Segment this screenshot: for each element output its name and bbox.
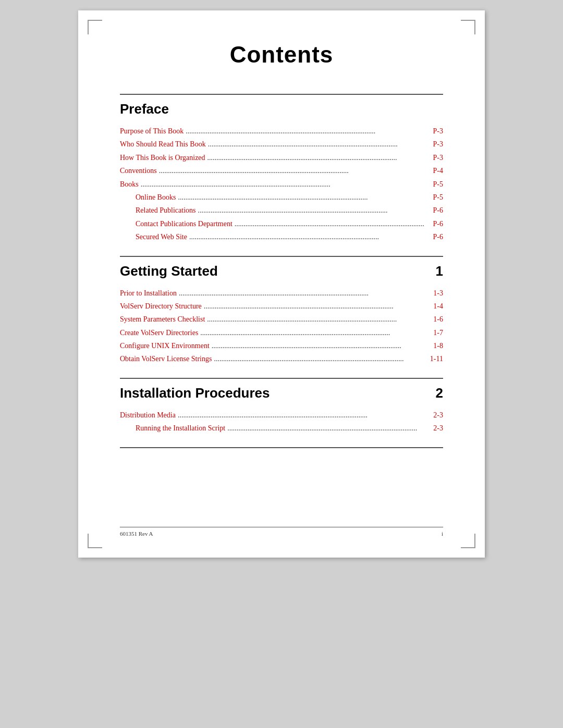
corner-mark-top-left — [88, 20, 102, 34]
toc-item-page: 1-6 — [433, 314, 443, 325]
toc-item-link[interactable]: Purpose of This Book — [120, 126, 183, 137]
toc-item-link[interactable]: Obtain VolServ License Strings — [120, 353, 212, 365]
toc-item-page: 1-3 — [433, 288, 443, 299]
toc-item-dots: ........................................… — [235, 218, 431, 230]
toc-item-page: P-5 — [433, 179, 443, 190]
toc-item-page: 1-11 — [430, 353, 443, 365]
toc-item: Purpose of This Book ...................… — [120, 126, 443, 137]
toc-item-dots: ........................................… — [198, 205, 431, 216]
section-divider-preface — [120, 94, 443, 95]
toc-item: Obtain VolServ License Strings .........… — [120, 353, 443, 365]
toc-item-link[interactable]: Contact Publications Department — [136, 218, 232, 230]
section-heading-installation-procedures: Installation Procedures2 — [120, 385, 443, 401]
toc-item-page: P-3 — [433, 152, 443, 164]
toc-item-dots: ........................................… — [212, 340, 431, 352]
toc-item-link[interactable]: System Parameters Checklist — [120, 314, 205, 325]
toc-item-link[interactable]: Conventions — [120, 165, 157, 177]
section-number-getting-started: 1 — [436, 263, 443, 279]
toc-item-link[interactable]: Online Books — [136, 192, 176, 203]
toc-item: Conventions ............................… — [120, 165, 443, 177]
toc-item-dots: ........................................… — [178, 410, 431, 421]
toc-list-getting-started: Prior to Installation ..................… — [120, 288, 443, 365]
toc-list-installation-procedures: Distribution Media .....................… — [120, 410, 443, 435]
toc-item-link[interactable]: Running the Installation Script — [136, 423, 225, 434]
toc-item: Online Books ...........................… — [120, 192, 443, 203]
toc-list-preface: Purpose of This Book ...................… — [120, 126, 443, 243]
section-divider-bottom — [120, 447, 443, 448]
toc-item-page: P-6 — [433, 231, 443, 243]
toc-item-dots: ........................................… — [207, 314, 431, 325]
section-number-installation-procedures: 2 — [436, 385, 443, 401]
toc-item-page: P-3 — [433, 139, 443, 150]
toc-item-page: 2-3 — [433, 423, 443, 434]
section-heading-getting-started: Getting Started1 — [120, 263, 443, 279]
toc-item: Create VolServ Directories .............… — [120, 327, 443, 339]
toc-item-link[interactable]: Prior to Installation — [120, 288, 177, 299]
section-divider-installation-procedures — [120, 378, 443, 379]
toc-item-page: P-5 — [433, 192, 443, 203]
toc-item-page: P-4 — [433, 165, 443, 177]
section-heading-text-getting-started: Getting Started — [120, 263, 218, 279]
toc-item: System Parameters Checklist ............… — [120, 314, 443, 325]
toc-item: Running the Installation Script ........… — [120, 423, 443, 434]
toc-item-dots: ........................................… — [178, 192, 431, 203]
toc-item-link[interactable]: Secured Web Site — [136, 231, 187, 243]
footer-left: 601351 Rev A — [120, 530, 153, 537]
section-heading-text-preface: Preface — [120, 101, 169, 117]
toc-item-page: P-3 — [433, 126, 443, 137]
toc-item-link[interactable]: Related Publications — [136, 205, 195, 216]
toc-item-page: P-6 — [433, 218, 443, 230]
toc-item: Configure UNIX Environment .............… — [120, 340, 443, 352]
footer: 601351 Rev A i — [120, 527, 443, 537]
section-divider-getting-started — [120, 256, 443, 257]
toc-item-dots: ........................................… — [214, 353, 427, 365]
toc-item-dots: ........................................… — [200, 327, 431, 339]
toc-item: Related Publications ...................… — [120, 205, 443, 216]
toc-item-page: 1-4 — [433, 301, 443, 312]
toc-item-dots: ........................................… — [204, 301, 432, 312]
page: Contents PrefacePurpose of This Book ...… — [78, 10, 485, 558]
section-heading-preface: Preface — [120, 101, 443, 117]
toc-item: VolServ Directory Structure ............… — [120, 301, 443, 312]
corner-mark-bottom-left — [88, 534, 102, 548]
page-title: Contents — [120, 42, 443, 68]
toc-item-link[interactable]: Books — [120, 179, 139, 190]
toc-item-dots: ........................................… — [186, 126, 431, 137]
toc-item-dots: ........................................… — [208, 139, 431, 150]
toc-item-link[interactable]: How This Book is Organized — [120, 152, 205, 164]
toc-item: How This Book is Organized .............… — [120, 152, 443, 164]
toc-item-dots: ........................................… — [189, 231, 431, 243]
toc-item-dots: ........................................… — [179, 288, 431, 299]
toc-content: PrefacePurpose of This Book ............… — [120, 94, 443, 448]
toc-item-link[interactable]: Configure UNIX Environment — [120, 340, 210, 352]
toc-item: Prior to Installation ..................… — [120, 288, 443, 299]
toc-item-dots: ........................................… — [207, 152, 431, 164]
toc-item-link[interactable]: Create VolServ Directories — [120, 327, 198, 339]
toc-item: Secured Web Site .......................… — [120, 231, 443, 243]
toc-item: Distribution Media .....................… — [120, 410, 443, 421]
footer-right: i — [442, 530, 443, 537]
toc-item-page: P-6 — [433, 205, 443, 216]
toc-item-dots: ........................................… — [141, 179, 431, 190]
corner-mark-top-right — [461, 20, 475, 34]
corner-mark-bottom-right — [461, 534, 475, 548]
toc-item-link[interactable]: VolServ Directory Structure — [120, 301, 202, 312]
toc-item: Who Should Read This Book ..............… — [120, 139, 443, 150]
section-heading-text-installation-procedures: Installation Procedures — [120, 385, 270, 401]
toc-item-link[interactable]: Distribution Media — [120, 410, 176, 421]
toc-item: Books ..................................… — [120, 179, 443, 190]
toc-item-dots: ........................................… — [159, 165, 431, 177]
toc-item-page: 1-8 — [433, 340, 443, 352]
toc-item: Contact Publications Department ........… — [120, 218, 443, 230]
toc-item-page: 2-3 — [433, 410, 443, 421]
toc-item-link[interactable]: Who Should Read This Book — [120, 139, 206, 150]
toc-item-page: 1-7 — [433, 327, 443, 339]
toc-item-dots: ........................................… — [227, 423, 431, 434]
